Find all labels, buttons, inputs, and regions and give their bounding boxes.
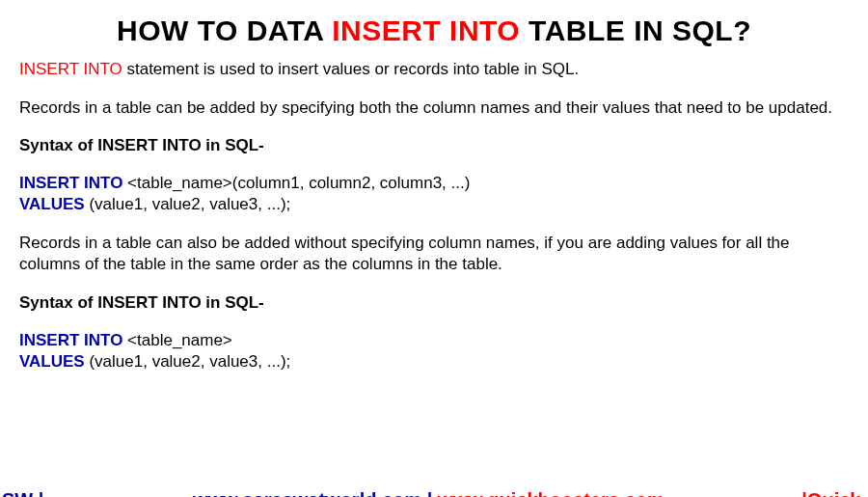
footer-right: |Quick. bbox=[801, 489, 866, 497]
code1-line2-rest: (value1, value2, value3, ...); bbox=[85, 195, 291, 213]
footer-left: SW | bbox=[2, 489, 43, 497]
code-block-2: INSERT INTO <table_name> VALUES (value1,… bbox=[19, 330, 849, 373]
code2-line1-rest: <table_name> bbox=[122, 331, 231, 349]
footer-center: www.saraswatworld.com | www.quickbooster… bbox=[193, 489, 665, 497]
code2-line2: VALUES (value1, value2, value3, ...); bbox=[19, 351, 849, 373]
insert-into-kw-2: INSERT INTO bbox=[19, 331, 122, 349]
footer-url-1: www.saraswatworld.com | bbox=[193, 489, 438, 497]
values-kw: VALUES bbox=[19, 195, 85, 213]
intro-rest: statement is used to insert values or re… bbox=[122, 60, 579, 78]
code1-line1-rest: <table_name>(column1, column2, column3, … bbox=[122, 174, 470, 192]
title-prefix: HOW TO DATA bbox=[117, 14, 332, 46]
code1-line1: INSERT INTO <table_name>(column1, column… bbox=[19, 173, 849, 194]
code-block-1: INSERT INTO <table_name>(column1, column… bbox=[19, 173, 849, 215]
code2-line1: INSERT INTO <table_name> bbox=[19, 330, 849, 351]
document-body: HOW TO DATA INSERT INTO TABLE IN SQL? IN… bbox=[0, 0, 868, 373]
page-title: HOW TO DATA INSERT INTO TABLE IN SQL? bbox=[19, 14, 849, 47]
footer-url-2: www.quickboosters.com bbox=[438, 489, 665, 497]
syntax-heading-1: Syntax of INSERT INTO in SQL- bbox=[19, 136, 849, 155]
paragraph-2: Records in a table can be added by speci… bbox=[19, 97, 849, 119]
insert-into-keyword: INSERT INTO bbox=[19, 60, 122, 78]
title-suffix: TABLE IN SQL? bbox=[520, 14, 751, 46]
intro-paragraph: INSERT INTO statement is used to insert … bbox=[19, 59, 849, 80]
title-highlight: INSERT INTO bbox=[332, 14, 520, 46]
insert-into-kw: INSERT INTO bbox=[19, 174, 122, 192]
syntax-heading-2: Syntax of INSERT INTO in SQL- bbox=[19, 293, 849, 313]
code2-line2-rest: (value1, value2, value3, ...); bbox=[85, 352, 291, 371]
code1-line2: VALUES (value1, value2, value3, ...); bbox=[19, 194, 849, 215]
values-kw-2: VALUES bbox=[19, 352, 85, 371]
paragraph-3: Records in a table can also be added wit… bbox=[19, 233, 849, 275]
